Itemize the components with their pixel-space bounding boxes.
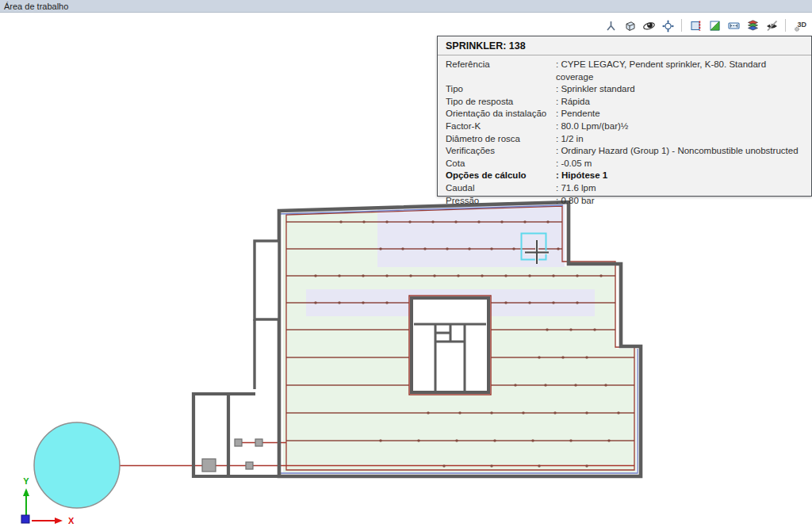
sprinkler-head[interactable] [585, 356, 588, 358]
sprinkler-head[interactable] [423, 247, 426, 250]
sprinkler-head[interactable] [576, 274, 578, 277]
equipment-box[interactable] [202, 459, 216, 472]
sprinkler-head[interactable] [408, 220, 411, 223]
sprinkler-head[interactable] [552, 301, 554, 304]
sprinkler-head[interactable] [561, 356, 564, 358]
sprinkler-head[interactable] [362, 274, 364, 277]
sprinkler-head[interactable] [523, 220, 526, 223]
sprinkler-head[interactable] [512, 247, 515, 250]
sprinkler-head[interactable] [477, 220, 480, 223]
axis-x-label: X [68, 516, 75, 525]
sprinkler-head[interactable] [431, 220, 434, 223]
sprinkler-head[interactable] [385, 274, 388, 277]
sprinkler-head[interactable] [458, 411, 461, 414]
sprinkler-head[interactable] [490, 247, 492, 250]
info-value: 71.6 lpm [556, 182, 596, 195]
axes-icon[interactable] [603, 17, 619, 33]
sprinkler-head[interactable] [314, 301, 316, 304]
sprinkler-head[interactable] [531, 439, 534, 441]
work-plane-icon[interactable] [707, 17, 722, 33]
layers-icon[interactable] [745, 17, 760, 33]
sprinkler-head[interactable] [617, 411, 619, 414]
sprinkler-head[interactable] [553, 411, 556, 414]
sprinkler-head[interactable] [427, 411, 429, 414]
sprinkler-head[interactable] [338, 274, 340, 277]
equipment-box[interactable] [235, 439, 242, 446]
sprinkler-head[interactable] [557, 247, 559, 250]
sprinkler-head[interactable] [504, 301, 507, 304]
info-label: Diâmetro de rosca [446, 133, 556, 146]
sprinkler-head[interactable] [538, 356, 540, 358]
sprinkler-head[interactable] [409, 274, 412, 277]
sprinkler-head[interactable] [442, 464, 445, 467]
panel-body: ReferênciaCYPE LEGACY, Pendent sprinkler… [438, 55, 811, 212]
toolbar-separator [681, 19, 682, 32]
dimension-icon[interactable] [726, 17, 741, 33]
water-tank[interactable] [34, 422, 120, 508]
sprinkler-head[interactable] [339, 220, 342, 223]
sprinkler-head[interactable] [338, 301, 340, 304]
sprinkler-head[interactable] [468, 247, 470, 250]
sprinkler-head[interactable] [401, 247, 404, 250]
pan-view-icon[interactable] [660, 17, 676, 33]
sprinkler-head[interactable] [433, 274, 435, 277]
section-box-icon[interactable] [688, 17, 703, 33]
sprinkler-head[interactable] [593, 328, 596, 330]
sprinkler-head[interactable] [522, 411, 524, 414]
orbit-view-icon[interactable] [641, 17, 657, 33]
isometric-view-icon[interactable] [622, 17, 638, 33]
sprinkler-head[interactable] [576, 301, 578, 304]
drawing-canvas[interactable]: YX 3D SPRINKLER: 138 ReferênciaCYPE LEGA… [0, 13, 812, 531]
sprinkler-head[interactable] [385, 220, 388, 223]
hide-elements-icon[interactable] [764, 17, 779, 33]
application-window: Área de trabalho YX 3D SPRINKLER: 138 Re… [0, 0, 812, 531]
sprinkler-head[interactable] [481, 274, 483, 277]
sprinkler-head[interactable] [544, 384, 546, 386]
sprinkler-head[interactable] [585, 464, 588, 467]
stair-core[interactable] [412, 298, 488, 392]
sprinkler-head[interactable] [385, 301, 388, 304]
sprinkler-head[interactable] [546, 220, 549, 223]
sprinkler-head[interactable] [490, 464, 492, 467]
info-label: Referência [446, 59, 556, 83]
sprinkler-head[interactable] [569, 328, 572, 330]
sprinkler-head[interactable] [569, 439, 572, 441]
sprinkler-head[interactable] [500, 220, 503, 223]
sprinkler-head[interactable] [538, 464, 540, 467]
sprinkler-head[interactable] [599, 274, 602, 277]
sprinkler-head[interactable] [362, 301, 364, 304]
equipment-box[interactable] [255, 439, 262, 446]
sprinkler-head[interactable] [504, 274, 507, 277]
sprinkler-info-panel: SPRINKLER: 138 ReferênciaCYPE LEGACY, Pe… [437, 36, 812, 197]
panel-title: SPRINKLER: 138 [438, 36, 811, 55]
sprinkler-head[interactable] [493, 439, 496, 441]
sprinkler-head[interactable] [454, 220, 457, 223]
sprinkler-head[interactable] [604, 384, 607, 386]
sprinkler-head[interactable] [574, 384, 576, 386]
sprinkler-head[interactable] [528, 274, 530, 277]
sprinkler-head[interactable] [362, 220, 365, 223]
sprinkler-head[interactable] [528, 301, 530, 304]
sprinkler-head[interactable] [552, 274, 554, 277]
toolbar-separator [785, 19, 786, 32]
view-3d-icon[interactable]: 3D [791, 17, 807, 33]
sprinkler-head[interactable] [417, 439, 419, 441]
sprinkler-head[interactable] [514, 384, 516, 386]
sprinkler-head[interactable] [455, 439, 458, 441]
equipment-box[interactable] [246, 462, 253, 469]
view-toolbar: 3D [603, 17, 807, 34]
sprinkler-head[interactable] [446, 247, 448, 250]
info-value: 0.80 bar [556, 195, 595, 208]
sprinkler-head[interactable] [379, 439, 381, 441]
sprinkler-head[interactable] [314, 274, 316, 277]
sprinkler-head[interactable] [546, 328, 548, 330]
sprinkler-head[interactable] [490, 411, 492, 414]
sprinkler-head[interactable] [607, 439, 610, 441]
info-row: Factor-K80.0 Lpm/(bar)½ [446, 120, 803, 133]
sprinkler-head[interactable] [457, 274, 459, 277]
sprinkler-head[interactable] [379, 247, 381, 250]
info-value: Sprinkler standard [556, 83, 635, 96]
axis-x-arrowhead [55, 518, 63, 524]
info-value: Hipótese 1 [556, 170, 607, 182]
sprinkler-head[interactable] [585, 411, 588, 414]
